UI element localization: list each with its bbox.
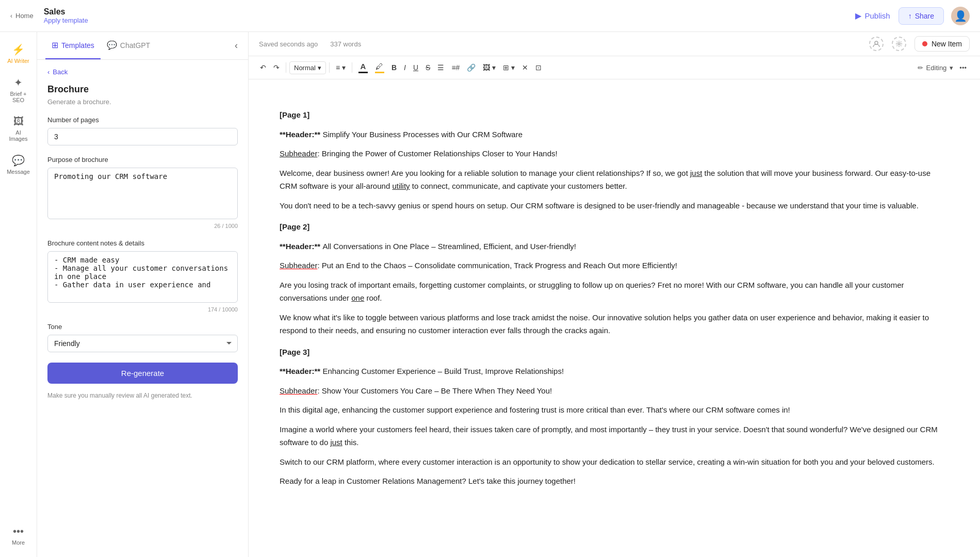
editor-area: Saved seconds ago 337 words New Item ↶ ↷…: [249, 32, 980, 557]
purpose-char-count: 26 / 1000: [47, 223, 238, 229]
format-style-label: Normal: [294, 64, 316, 72]
page2-header: [Page 2]: [280, 220, 949, 234]
chatgpt-icon: 💬: [107, 40, 117, 50]
sidebar-item-brief-seo[interactable]: ✦ Brief + SEO: [2, 71, 35, 108]
panel-tabs: ⊞ Templates 💬 ChatGPT ‹: [37, 32, 248, 60]
content-notes-group: Brochure content notes & details - CRM m…: [47, 239, 238, 313]
align-button[interactable]: ≡ ▾: [333, 61, 349, 74]
editing-mode-button[interactable]: ✏ Editing ▾ •••: [912, 62, 972, 74]
editing-more: •••: [959, 64, 967, 72]
numbered-list-button[interactable]: ≡#: [448, 61, 463, 74]
panel-section-title: Brochure: [47, 84, 238, 95]
table-button[interactable]: ⊞ ▾: [500, 61, 518, 74]
sidebar-item-more[interactable]: ••• More: [2, 520, 35, 551]
sidebar-item-message[interactable]: 💬 Message: [2, 149, 35, 180]
text-color-button[interactable]: A: [355, 59, 371, 76]
content-notes-textarea[interactable]: - CRM made easy - Manage all your custom…: [47, 251, 238, 303]
tone-label: Tone: [47, 323, 238, 331]
edit-pencil-icon: ✏: [918, 64, 923, 72]
page1-p1: Welcome, dear business owner! Are you lo…: [280, 167, 949, 193]
breadcrumb: Sales Apply template: [44, 7, 88, 24]
italic-button[interactable]: I: [401, 61, 409, 74]
back-link[interactable]: ‹ Back: [47, 68, 238, 76]
editor-topbar: Saved seconds ago 337 words New Item: [249, 32, 980, 56]
num-pages-input[interactable]: [47, 128, 238, 145]
editor-content[interactable]: [Page 1] **Header:** Simplify Your Busin…: [249, 79, 980, 557]
num-pages-group: Number of pages: [47, 116, 238, 145]
apply-template-link[interactable]: Apply template: [44, 17, 88, 24]
page2-title: **Header:** All Conversations in One Pla…: [280, 240, 949, 253]
page2-subheader: Subheader: Put an End to the Chaos – Con…: [280, 259, 949, 272]
tone-group: Tone Friendly Professional Casual Formal: [47, 323, 238, 352]
publish-label: Publish: [864, 11, 890, 20]
publish-icon: ▶: [855, 11, 861, 21]
panel: ⊞ Templates 💬 ChatGPT ‹ ‹ Back Brochure …: [37, 32, 249, 557]
purpose-group: Purpose of brochure Promoting our CRM so…: [47, 156, 238, 229]
settings-placeholder-icon[interactable]: [892, 37, 906, 51]
strikethrough-button[interactable]: S: [422, 61, 433, 74]
page3-p4: Ready for a leap in Customer Relations M…: [280, 474, 949, 488]
toolbar-divider-2: [329, 62, 330, 73]
highlight-icon: 🖊: [375, 62, 383, 71]
home-label: Home: [15, 12, 34, 20]
more-options-button[interactable]: ⊡: [532, 61, 545, 74]
content-notes-label: Brochure content notes & details: [47, 239, 238, 247]
image-icon: 🖼: [13, 116, 24, 127]
panel-collapse-button[interactable]: ‹: [233, 38, 240, 53]
purpose-label: Purpose of brochure: [47, 156, 238, 163]
undo-button[interactable]: ↶: [257, 61, 269, 74]
sidebar-item-ai-writer[interactable]: ⚡ AI Writer: [2, 38, 35, 69]
bullet-list-button[interactable]: ☰: [434, 61, 447, 74]
tab-chatgpt[interactable]: 💬 ChatGPT: [101, 32, 156, 59]
new-item-button[interactable]: New Item: [914, 36, 970, 52]
tab-templates[interactable]: ⊞ Templates: [45, 32, 101, 59]
lightning-icon: ⚡: [12, 43, 25, 56]
publish-button[interactable]: ▶ Publish: [847, 7, 898, 25]
format-toolbar: ↶ ↷ Normal ▾ ≡ ▾ A 🖊 B: [249, 56, 980, 79]
page1-title-bold: **Header:**: [280, 130, 322, 139]
share-icon: ↑: [908, 12, 912, 20]
purpose-textarea[interactable]: Promoting our CRM software: [47, 168, 238, 219]
user-placeholder-icon: [869, 37, 884, 51]
regenerate-button[interactable]: Re-generate: [47, 363, 238, 384]
clear-format-button[interactable]: ✕: [519, 61, 531, 74]
svg-point-1: [898, 43, 900, 45]
home-link[interactable]: ‹ Home: [10, 12, 34, 20]
disclaimer-text: Make sure you manually review all AI gen…: [47, 391, 238, 400]
share-button[interactable]: ↑ Share: [899, 7, 944, 25]
sidebar-item-ai-images[interactable]: 🖼 AI Images: [2, 110, 35, 147]
message-icon: 💬: [12, 154, 25, 167]
more-icon: •••: [13, 526, 24, 537]
page3-subheader: Subheader: Show Your Customers You Care …: [280, 384, 949, 398]
page3-p3: Switch to our CRM platform, where every …: [280, 455, 949, 469]
page2-p2: We know what it's like to toggle between…: [280, 311, 949, 337]
panel-content: ‹ Back Brochure Generate a brochure. Num…: [37, 60, 248, 557]
link-button[interactable]: 🔗: [464, 61, 479, 74]
redo-button[interactable]: ↷: [270, 61, 283, 74]
page3-p1: In this digital age, enhancing the custo…: [280, 403, 949, 417]
page-title: Sales: [44, 7, 88, 17]
avatar[interactable]: 👤: [951, 7, 970, 25]
page1-title: **Header:** Simplify Your Business Proce…: [280, 128, 949, 141]
word-count: 337 words: [330, 40, 361, 48]
new-item-label: New Item: [932, 40, 962, 48]
bold-button[interactable]: B: [388, 61, 400, 74]
image-button[interactable]: 🖼 ▾: [480, 61, 499, 74]
tab-chatgpt-label: ChatGPT: [120, 41, 150, 50]
num-pages-label: Number of pages: [47, 116, 238, 124]
highlight-button[interactable]: 🖊: [372, 59, 387, 76]
saved-info: Saved seconds ago: [259, 40, 318, 48]
share-label: Share: [915, 12, 934, 20]
tone-select[interactable]: Friendly Professional Casual Formal: [47, 335, 238, 352]
page3-p2: Imagine a world where your customers fee…: [280, 423, 949, 449]
editing-chevron: ▾: [950, 64, 953, 72]
page1-subheader-text: Subheader: [280, 149, 317, 158]
templates-grid-icon: ⊞: [52, 40, 58, 50]
underline-button[interactable]: U: [410, 61, 421, 74]
svg-point-0: [875, 41, 878, 44]
panel-section-desc: Generate a brochure.: [47, 98, 238, 106]
format-style-select[interactable]: Normal ▾: [289, 61, 326, 74]
new-item-dot: [922, 41, 927, 46]
text-color-a-icon: A: [361, 62, 366, 71]
content-notes-char-count: 174 / 10000: [47, 306, 238, 313]
